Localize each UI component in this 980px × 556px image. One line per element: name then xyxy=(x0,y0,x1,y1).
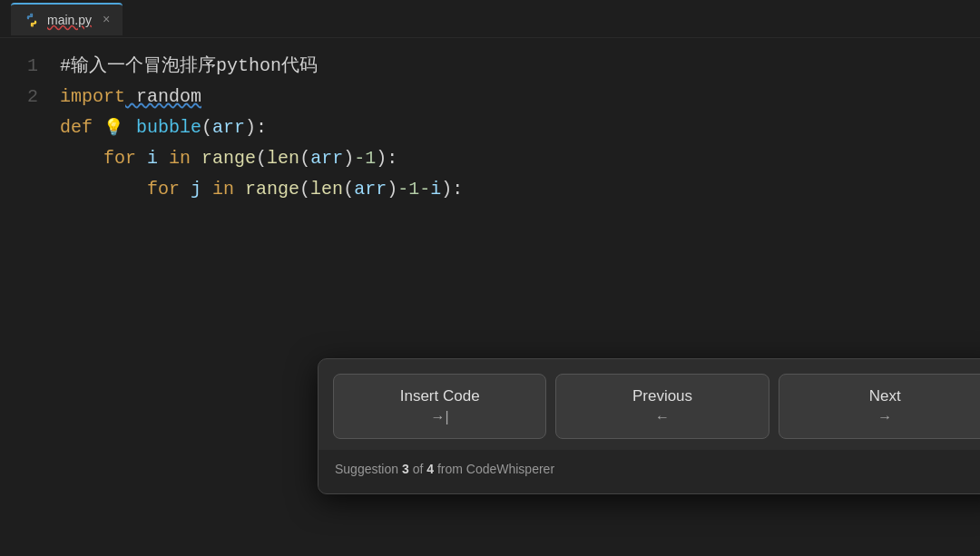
suggestion-info: Suggestion 3 of 4 from CodeWhisperer xyxy=(335,459,554,481)
var-j: j xyxy=(180,174,212,205)
paren2: ( xyxy=(299,143,310,174)
suggestion-current: 3 xyxy=(402,462,409,476)
line-number-5 xyxy=(0,174,38,205)
insert-code-label: Insert Code xyxy=(400,387,480,405)
func-name: bubble xyxy=(136,112,201,143)
previous-button[interactable]: Previous ← xyxy=(555,374,769,439)
line-number-4 xyxy=(0,143,38,174)
paren8: ): xyxy=(441,174,463,205)
func-params: ( xyxy=(201,112,212,143)
paren7: ) xyxy=(387,174,397,205)
var-i-2: i xyxy=(430,174,441,205)
suggestion-popup: Insert Code →| Previous ← Next → Suggest… xyxy=(318,358,980,494)
paren6: ( xyxy=(343,174,354,205)
code-line-1: #输入一个冒泡排序python代码 xyxy=(60,51,980,82)
insert-code-icon: →| xyxy=(431,409,449,425)
next-icon: → xyxy=(877,409,892,425)
var-i: i xyxy=(136,143,169,174)
keyword-for-2: for xyxy=(147,174,180,205)
keyword-for-1: for xyxy=(103,143,136,174)
space-1 xyxy=(191,143,201,174)
func-paren-close: ): xyxy=(245,112,267,143)
keyword-in-1: in xyxy=(169,143,191,174)
line-number-3 xyxy=(0,112,38,143)
code-line-5: for j in range ( len ( arr ) -1- i ): xyxy=(60,174,980,205)
suggestion-footer: Suggestion 3 of 4 from CodeWhisperer ⋮ xyxy=(318,450,980,493)
line-number-2: 2 xyxy=(0,82,38,112)
indent-1 xyxy=(60,143,103,174)
editor-area: 1 2 #输入一个冒泡排序python代码 import random def … xyxy=(0,38,980,556)
keyword-def: def xyxy=(60,112,93,143)
next-label: Next xyxy=(869,387,901,405)
line-numbers: 1 2 xyxy=(0,38,54,556)
module-random: random xyxy=(125,82,201,112)
minus1: -1 xyxy=(354,143,376,174)
previous-icon: ← xyxy=(655,409,670,425)
next-button[interactable]: Next → xyxy=(779,374,980,439)
bulb-icon: 💡 xyxy=(93,112,136,143)
code-line-2: import random xyxy=(60,82,980,112)
tab-filename: main.py xyxy=(47,13,92,27)
keyword-in-2: in xyxy=(212,174,234,205)
comment-text: #输入一个冒泡排序python代码 xyxy=(60,51,318,82)
minus2: -1- xyxy=(397,174,430,205)
builtin-range-2: range xyxy=(245,174,299,205)
line-number-1: 1 xyxy=(0,51,38,82)
suggestion-suffix: from CodeWhisperer xyxy=(434,462,554,476)
more-options-button[interactable]: ⋮ xyxy=(974,460,980,480)
suggestion-of: of xyxy=(409,462,426,476)
python-icon xyxy=(24,12,40,28)
param-arr-2: arr xyxy=(354,174,387,205)
suggestion-total: 4 xyxy=(426,462,434,476)
previous-label: Previous xyxy=(632,387,692,405)
paren3: ) xyxy=(343,143,354,174)
title-bar: main.py × xyxy=(0,0,980,38)
suggestion-buttons-container: Insert Code →| Previous ← Next → xyxy=(318,359,980,450)
builtin-len-1: len xyxy=(267,143,299,174)
paren1: ( xyxy=(256,143,267,174)
param-arr-1: arr xyxy=(310,143,343,174)
insert-code-button[interactable]: Insert Code →| xyxy=(333,374,546,439)
builtin-len-2: len xyxy=(310,174,343,205)
paren4: ): xyxy=(376,143,397,174)
space-2 xyxy=(234,174,245,205)
tab-close-button[interactable]: × xyxy=(103,13,110,27)
param-arr: arr xyxy=(212,112,245,143)
suggestion-prefix: Suggestion xyxy=(335,462,402,476)
file-tab[interactable]: main.py × xyxy=(11,3,122,35)
indent-2 xyxy=(60,174,147,205)
paren5: ( xyxy=(299,174,310,205)
code-line-3: def 💡 bubble(arr): xyxy=(60,112,980,143)
code-area[interactable]: #输入一个冒泡排序python代码 import random def 💡 bu… xyxy=(54,38,980,556)
keyword-import: import xyxy=(60,82,125,112)
builtin-range-1: range xyxy=(201,143,256,174)
code-line-4: for i in range ( len ( arr ) -1 ): xyxy=(60,143,980,174)
